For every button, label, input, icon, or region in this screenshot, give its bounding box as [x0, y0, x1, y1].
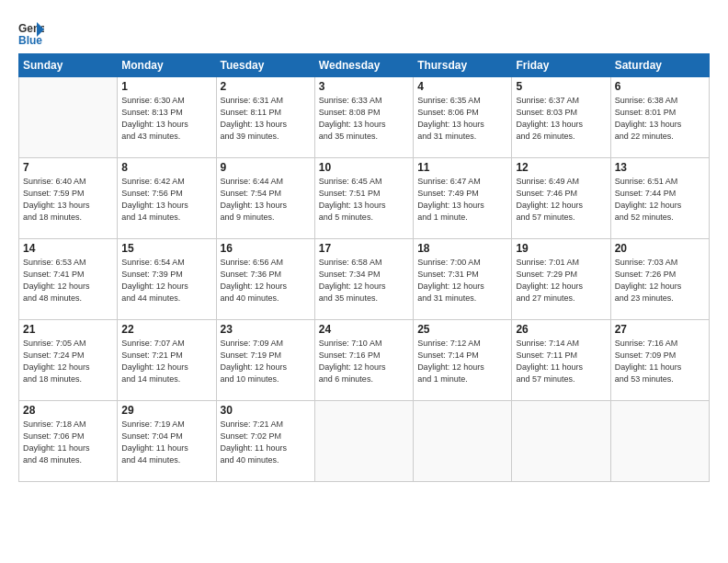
day-info: Sunrise: 7:07 AM Sunset: 7:21 PM Dayligh… — [121, 338, 211, 385]
day-number: 4 — [417, 80, 507, 93]
calendar-cell: 26Sunrise: 7:14 AM Sunset: 7:11 PM Dayli… — [512, 320, 610, 401]
day-number: 23 — [221, 323, 311, 336]
day-info: Sunrise: 6:40 AM Sunset: 7:59 PM Dayligh… — [23, 176, 113, 224]
calendar-cell: 4Sunrise: 6:35 AM Sunset: 8:06 PM Daylig… — [414, 77, 512, 158]
calendar-cell: 10Sunrise: 6:45 AM Sunset: 7:51 PM Dayli… — [314, 158, 413, 239]
day-info: Sunrise: 6:30 AM Sunset: 8:13 PM Dayligh… — [121, 95, 211, 143]
day-info: Sunrise: 6:45 AM Sunset: 7:51 PM Dayligh… — [319, 176, 409, 224]
weekday-header-friday: Friday — [512, 54, 610, 77]
day-number: 22 — [121, 323, 211, 336]
logo: General Blue — [18, 20, 48, 46]
day-info: Sunrise: 7:19 AM Sunset: 7:04 PM Dayligh… — [121, 419, 211, 466]
day-info: Sunrise: 7:12 AM Sunset: 7:14 PM Dayligh… — [417, 338, 507, 385]
calendar-cell: 30Sunrise: 7:21 AM Sunset: 7:02 PM Dayli… — [216, 401, 314, 482]
calendar-cell: 2Sunrise: 6:31 AM Sunset: 8:11 PM Daylig… — [216, 77, 314, 158]
weekday-header-monday: Monday — [118, 54, 216, 77]
day-info: Sunrise: 7:21 AM Sunset: 7:02 PM Dayligh… — [221, 419, 311, 466]
calendar-cell: 28Sunrise: 7:18 AM Sunset: 7:06 PM Dayli… — [19, 401, 118, 482]
day-info: Sunrise: 6:58 AM Sunset: 7:34 PM Dayligh… — [319, 257, 409, 304]
day-number: 11 — [417, 161, 507, 174]
day-number: 7 — [23, 161, 113, 174]
calendar-cell: 7Sunrise: 6:40 AM Sunset: 7:59 PM Daylig… — [19, 158, 118, 239]
day-number: 17 — [319, 242, 409, 255]
day-info: Sunrise: 6:31 AM Sunset: 8:11 PM Dayligh… — [221, 95, 311, 143]
calendar-cell: 27Sunrise: 7:16 AM Sunset: 7:09 PM Dayli… — [610, 320, 709, 401]
day-number: 12 — [516, 161, 606, 174]
day-info: Sunrise: 6:49 AM Sunset: 7:46 PM Dayligh… — [516, 176, 606, 224]
day-number: 16 — [221, 242, 311, 255]
day-info: Sunrise: 7:10 AM Sunset: 7:16 PM Dayligh… — [319, 338, 409, 385]
calendar-cell: 12Sunrise: 6:49 AM Sunset: 7:46 PM Dayli… — [512, 158, 610, 239]
calendar-cell: 17Sunrise: 6:58 AM Sunset: 7:34 PM Dayli… — [314, 239, 413, 320]
calendar-cell: 15Sunrise: 6:54 AM Sunset: 7:39 PM Dayli… — [118, 239, 216, 320]
day-info: Sunrise: 7:05 AM Sunset: 7:24 PM Dayligh… — [23, 338, 113, 385]
day-info: Sunrise: 7:16 AM Sunset: 7:09 PM Dayligh… — [615, 338, 705, 385]
day-info: Sunrise: 7:00 AM Sunset: 7:31 PM Dayligh… — [417, 257, 507, 304]
weekday-header-thursday: Thursday — [414, 54, 512, 77]
day-number: 26 — [516, 323, 606, 336]
day-info: Sunrise: 6:47 AM Sunset: 7:49 PM Dayligh… — [417, 176, 507, 224]
day-number: 18 — [417, 242, 507, 255]
day-info: Sunrise: 6:53 AM Sunset: 7:41 PM Dayligh… — [23, 257, 113, 304]
day-number: 19 — [516, 242, 606, 255]
calendar: SundayMondayTuesdayWednesdayThursdayFrid… — [18, 53, 710, 482]
calendar-cell: 6Sunrise: 6:38 AM Sunset: 8:01 PM Daylig… — [610, 77, 709, 158]
calendar-cell: 23Sunrise: 7:09 AM Sunset: 7:19 PM Dayli… — [216, 320, 314, 401]
day-info: Sunrise: 6:37 AM Sunset: 8:03 PM Dayligh… — [516, 95, 606, 143]
weekday-header-wednesday: Wednesday — [314, 54, 413, 77]
day-number: 8 — [121, 161, 211, 174]
calendar-cell: 5Sunrise: 6:37 AM Sunset: 8:03 PM Daylig… — [512, 77, 610, 158]
calendar-cell: 1Sunrise: 6:30 AM Sunset: 8:13 PM Daylig… — [118, 77, 216, 158]
weekday-header-tuesday: Tuesday — [216, 54, 314, 77]
calendar-cell — [610, 401, 709, 482]
day-number: 15 — [121, 242, 211, 255]
calendar-cell — [414, 401, 512, 482]
day-number: 13 — [615, 161, 705, 174]
day-info: Sunrise: 7:14 AM Sunset: 7:11 PM Dayligh… — [516, 338, 606, 385]
day-info: Sunrise: 7:03 AM Sunset: 7:26 PM Dayligh… — [615, 257, 705, 304]
calendar-cell — [19, 77, 118, 158]
day-info: Sunrise: 7:01 AM Sunset: 7:29 PM Dayligh… — [516, 257, 606, 304]
day-info: Sunrise: 7:09 AM Sunset: 7:19 PM Dayligh… — [221, 338, 311, 385]
day-number: 14 — [23, 242, 113, 255]
calendar-cell: 8Sunrise: 6:42 AM Sunset: 7:56 PM Daylig… — [118, 158, 216, 239]
day-number: 27 — [615, 323, 705, 336]
day-number: 25 — [417, 323, 507, 336]
day-number: 24 — [319, 323, 409, 336]
day-number: 2 — [221, 80, 311, 93]
day-info: Sunrise: 6:54 AM Sunset: 7:39 PM Dayligh… — [121, 257, 211, 304]
calendar-cell: 20Sunrise: 7:03 AM Sunset: 7:26 PM Dayli… — [610, 239, 709, 320]
day-number: 3 — [319, 80, 409, 93]
weekday-header-sunday: Sunday — [19, 54, 118, 77]
day-info: Sunrise: 6:42 AM Sunset: 7:56 PM Dayligh… — [121, 176, 211, 224]
calendar-cell: 14Sunrise: 6:53 AM Sunset: 7:41 PM Dayli… — [19, 239, 118, 320]
day-info: Sunrise: 7:18 AM Sunset: 7:06 PM Dayligh… — [23, 419, 113, 466]
day-info: Sunrise: 6:44 AM Sunset: 7:54 PM Dayligh… — [221, 176, 311, 224]
calendar-cell: 18Sunrise: 7:00 AM Sunset: 7:31 PM Dayli… — [414, 239, 512, 320]
svg-text:Blue: Blue — [18, 34, 42, 46]
calendar-cell: 25Sunrise: 7:12 AM Sunset: 7:14 PM Dayli… — [414, 320, 512, 401]
calendar-cell: 13Sunrise: 6:51 AM Sunset: 7:44 PM Dayli… — [610, 158, 709, 239]
calendar-cell: 29Sunrise: 7:19 AM Sunset: 7:04 PM Dayli… — [118, 401, 216, 482]
calendar-cell: 22Sunrise: 7:07 AM Sunset: 7:21 PM Dayli… — [118, 320, 216, 401]
day-number: 20 — [615, 242, 705, 255]
calendar-cell — [314, 401, 413, 482]
day-info: Sunrise: 6:56 AM Sunset: 7:36 PM Dayligh… — [221, 257, 311, 304]
calendar-cell: 9Sunrise: 6:44 AM Sunset: 7:54 PM Daylig… — [216, 158, 314, 239]
day-number: 6 — [615, 80, 705, 93]
calendar-cell: 21Sunrise: 7:05 AM Sunset: 7:24 PM Dayli… — [19, 320, 118, 401]
calendar-cell: 3Sunrise: 6:33 AM Sunset: 8:08 PM Daylig… — [314, 77, 413, 158]
calendar-cell: 24Sunrise: 7:10 AM Sunset: 7:16 PM Dayli… — [314, 320, 413, 401]
day-info: Sunrise: 6:33 AM Sunset: 8:08 PM Dayligh… — [319, 95, 409, 143]
day-number: 29 — [121, 404, 211, 417]
weekday-header-saturday: Saturday — [610, 54, 709, 77]
day-number: 30 — [221, 404, 311, 417]
calendar-cell — [512, 401, 610, 482]
day-info: Sunrise: 6:35 AM Sunset: 8:06 PM Dayligh… — [417, 95, 507, 143]
calendar-cell: 16Sunrise: 6:56 AM Sunset: 7:36 PM Dayli… — [216, 239, 314, 320]
day-number: 9 — [221, 161, 311, 174]
calendar-cell: 11Sunrise: 6:47 AM Sunset: 7:49 PM Dayli… — [414, 158, 512, 239]
day-info: Sunrise: 6:38 AM Sunset: 8:01 PM Dayligh… — [615, 95, 705, 143]
day-number: 21 — [23, 323, 113, 336]
day-number: 28 — [23, 404, 113, 417]
